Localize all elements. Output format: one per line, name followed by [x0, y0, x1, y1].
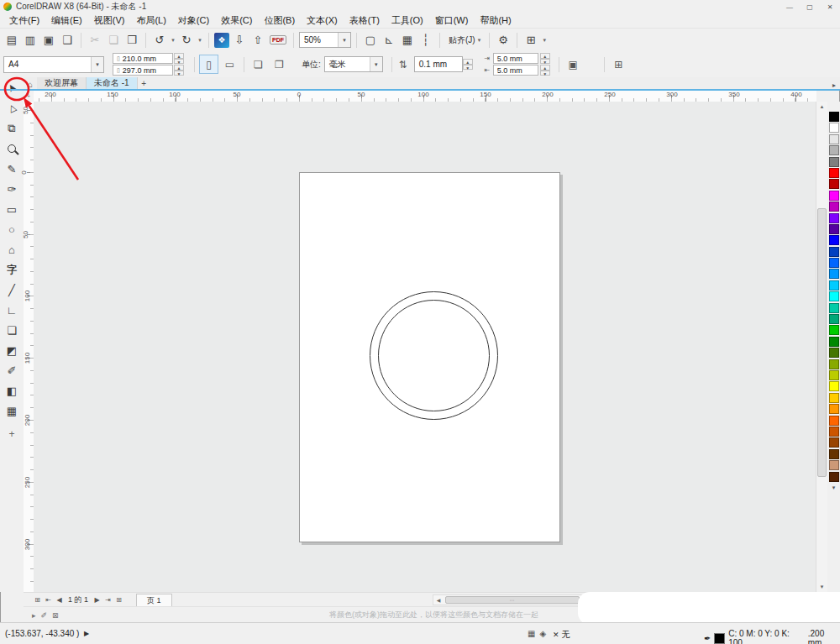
color-swatch[interactable] — [829, 314, 839, 324]
zoom-level-select[interactable]: 50% ▾ — [299, 32, 351, 48]
new-tab-button[interactable]: + — [138, 77, 150, 89]
color-swatch[interactable] — [829, 224, 839, 234]
scroll-down-icon[interactable]: ▼ — [816, 582, 827, 592]
rectangle-tool[interactable]: ▭ — [2, 199, 22, 219]
duplicate-y-field[interactable]: 5.0 mm — [493, 65, 538, 76]
options-gear-icon[interactable]: ⚙ — [495, 32, 512, 49]
menu-item[interactable]: 编辑(E) — [45, 14, 88, 27]
units-select[interactable]: 毫米 ▾ — [324, 56, 383, 72]
undo-icon[interactable]: ↺ — [151, 32, 168, 49]
menu-item[interactable]: 表格(T) — [344, 14, 386, 27]
previous-page-icon[interactable]: ◀ — [54, 596, 65, 604]
color-swatch[interactable] — [829, 213, 839, 223]
redo-dropdown-icon[interactable]: ▾ — [197, 32, 203, 49]
polygon-tool[interactable]: ⌂ — [2, 239, 22, 259]
open-icon[interactable]: ▥ — [22, 32, 39, 49]
scroll-up-icon[interactable]: ▲ — [816, 102, 827, 112]
color-swatch[interactable] — [829, 381, 839, 391]
snap-grid-status-icon[interactable]: ▦ — [528, 629, 535, 638]
color-swatch[interactable] — [829, 416, 839, 426]
menu-item[interactable]: 对象(C) — [172, 14, 215, 27]
text-tool[interactable]: 字 — [2, 259, 22, 280]
color-swatch[interactable] — [829, 325, 839, 335]
minimize-button[interactable]: — — [780, 0, 800, 13]
menu-item[interactable]: 窗口(W) — [429, 14, 475, 27]
color-swatch[interactable] — [829, 112, 839, 122]
no-color-icon[interactable]: ⊠ — [52, 611, 59, 620]
color-swatch[interactable] — [829, 157, 839, 167]
color-swatch[interactable] — [829, 370, 839, 380]
save-icon[interactable]: ▣ — [40, 32, 57, 49]
fullscreen-preview-icon[interactable]: ▢ — [362, 32, 379, 49]
menu-item[interactable]: 工具(O) — [386, 14, 429, 27]
launcher-dropdown-icon[interactable]: ▾ — [541, 32, 548, 49]
color-swatch[interactable] — [829, 235, 839, 245]
import-icon[interactable]: ⇩ — [231, 32, 248, 49]
color-swatch[interactable] — [829, 280, 839, 291]
close-button[interactable]: ✕ — [820, 0, 840, 13]
page-1-tab[interactable]: 页 1 — [136, 594, 172, 606]
page-width-field[interactable]: ▯ 210.0 mm — [113, 53, 173, 64]
crop-tool[interactable]: ⧉ — [2, 118, 22, 139]
nudge-distance-field[interactable]: 0.1 mm — [414, 56, 463, 72]
freehand-tool[interactable]: ✎ — [2, 159, 22, 179]
last-page-icon[interactable]: ⇥ — [102, 596, 113, 604]
menu-item[interactable]: 文本(X) — [301, 14, 344, 27]
color-swatch[interactable] — [829, 291, 839, 301]
duplicate-y-stepper[interactable]: ▲▼ — [540, 65, 550, 76]
color-swatch[interactable] — [829, 258, 839, 268]
color-swatch[interactable] — [829, 449, 839, 459]
color-swatch[interactable] — [829, 460, 839, 470]
page-height-stepper[interactable]: ▲▼ — [174, 65, 184, 76]
next-page-icon[interactable]: ▶ — [92, 596, 102, 604]
ellipse-tool[interactable]: ○ — [2, 219, 22, 239]
status-play-icon[interactable]: ▶ — [84, 630, 89, 637]
tab-untitled-1[interactable]: 未命名 -1 — [87, 77, 138, 89]
tab-welcome-screen[interactable]: 欢迎屏幕 — [37, 77, 87, 89]
landscape-button[interactable]: ▭ — [220, 55, 239, 74]
publish-pdf-icon[interactable]: PDF — [270, 35, 286, 45]
inner-circle-object[interactable] — [378, 300, 490, 411]
copy-icon[interactable]: ❏ — [105, 32, 122, 49]
vertical-scroll-thumb[interactable] — [817, 208, 827, 477]
all-pages-button[interactable]: ❏ — [249, 55, 268, 74]
horizontal-ruler[interactable]: 20015010050050100150200250300350400 — [34, 91, 816, 102]
outline-status[interactable]: ✒ C: 0 M: 0 Y: 0 K: 100 .200 mm — [704, 629, 840, 644]
pick-tool[interactable]: ➤ — [2, 78, 22, 98]
search-content-icon[interactable]: ❖ — [214, 33, 229, 48]
duplicate-x-stepper[interactable]: ▲▼ — [540, 53, 550, 64]
page-height-field[interactable]: ▯ 297.0 mm — [113, 65, 173, 76]
redo-icon[interactable]: ↻ — [178, 32, 195, 49]
artistic-media-tool[interactable]: ✑ — [2, 179, 22, 199]
color-swatch[interactable] — [829, 202, 839, 212]
export-icon[interactable]: ⇧ — [249, 32, 266, 49]
color-swatch[interactable] — [829, 427, 839, 437]
color-swatch[interactable] — [829, 404, 839, 414]
color-swatch[interactable] — [829, 191, 839, 201]
add-page-left-icon[interactable]: ⊞ — [32, 596, 43, 604]
add-tool-button[interactable]: + — [2, 428, 22, 440]
fill-status[interactable]: ✕ 无 — [553, 629, 570, 641]
color-swatch[interactable] — [829, 472, 839, 482]
color-swatch[interactable] — [829, 348, 839, 358]
color-swatch[interactable] — [829, 337, 839, 347]
shape-tool[interactable]: ▷ — [2, 98, 22, 118]
transparency-tool[interactable]: ◩ — [2, 340, 22, 360]
drop-shadow-tool[interactable]: ❏ — [2, 320, 22, 340]
menu-item[interactable]: 位图(B) — [258, 14, 301, 27]
page-width-stepper[interactable]: ▲▼ — [174, 53, 184, 64]
menu-item[interactable]: 效果(C) — [215, 14, 258, 27]
menu-item[interactable]: 文件(F) — [3, 14, 45, 27]
duplicate-x-field[interactable]: 5.0 mm — [493, 53, 538, 64]
palette-eyedropper-icon[interactable]: ✐ — [41, 611, 48, 620]
interactive-fill-tool[interactable]: ◧ — [2, 380, 22, 401]
nudge-stepper[interactable]: ▲▼ — [463, 59, 473, 70]
color-swatch[interactable] — [829, 303, 839, 313]
paper-size-select[interactable]: A4 ▾ — [3, 56, 104, 73]
color-swatch[interactable] — [829, 179, 839, 189]
color-swatch[interactable] — [829, 359, 839, 369]
add-page-right-icon[interactable]: ⊞ — [113, 596, 124, 604]
snap-to-dropdown[interactable]: 贴齐(J) ▾ — [445, 32, 484, 48]
color-swatch[interactable] — [829, 123, 839, 133]
cut-icon[interactable]: ✂ — [87, 32, 103, 49]
